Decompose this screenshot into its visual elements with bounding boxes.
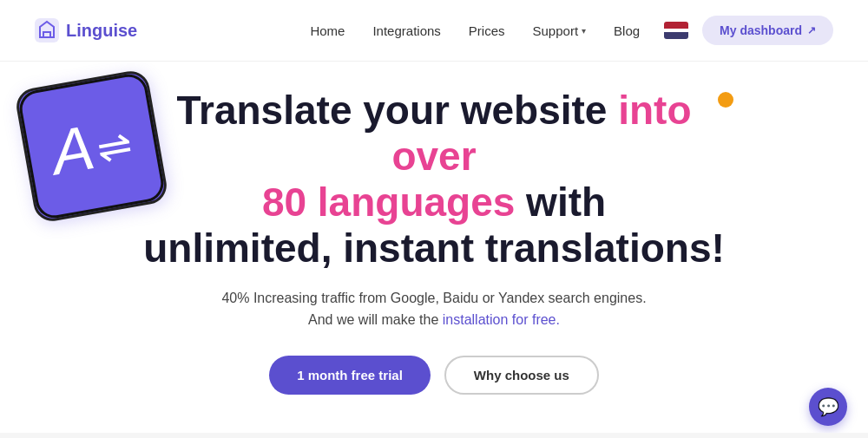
logo-label: Linguise xyxy=(66,21,137,41)
free-trial-button[interactable]: 1 month free trial xyxy=(269,356,431,395)
dashboard-button-label: My dashboard xyxy=(720,23,802,37)
nav-integrations[interactable]: Integrations xyxy=(372,23,440,38)
external-link-icon: ↗ xyxy=(807,24,816,36)
nav-home[interactable]: Home xyxy=(310,23,345,38)
installation-link[interactable]: installation for free. xyxy=(443,312,560,327)
hero-headline: Translate your website into over80 langu… xyxy=(130,88,738,271)
language-flag[interactable] xyxy=(664,22,688,39)
subtitle-line2: And we will make the xyxy=(308,312,443,327)
decoration-dot xyxy=(718,92,733,108)
nav-links: Home Integrations Prices Support ▾ Blog xyxy=(310,23,640,38)
bottom-bar xyxy=(0,433,868,438)
subtitle-line1: 40% Increasing traffic from Google, Baid… xyxy=(221,291,646,305)
flag-red-stripe xyxy=(664,22,688,29)
translate-symbol: A ⇌ xyxy=(47,108,136,184)
logo-icon xyxy=(35,18,59,42)
why-choose-us-button[interactable]: Why choose us xyxy=(444,356,599,395)
headline-part1: Translate your website xyxy=(176,88,618,133)
flag-blue-stripe xyxy=(664,32,688,39)
nav-blog[interactable]: Blog xyxy=(614,23,640,38)
letter-a: A xyxy=(47,115,99,184)
chat-icon: 💬 xyxy=(818,396,839,417)
nav-prices[interactable]: Prices xyxy=(469,23,505,38)
translate-card: A ⇌ xyxy=(14,69,170,225)
translate-arrow-icon: ⇌ xyxy=(94,123,135,170)
hero-section: A ⇌ Translate your website into over80 l… xyxy=(0,62,868,395)
chat-button[interactable]: 💬 xyxy=(809,388,847,426)
nav-support[interactable]: Support ▾ xyxy=(533,23,587,38)
logo[interactable]: Linguise xyxy=(35,18,137,42)
navbar: Linguise Home Integrations Prices Suppor… xyxy=(0,0,868,62)
dashboard-button[interactable]: My dashboard ↗ xyxy=(702,16,833,45)
hero-subtitle: 40% Increasing traffic from Google, Baid… xyxy=(221,287,646,331)
chevron-down-icon: ▾ xyxy=(582,26,586,36)
cta-buttons: 1 month free trial Why choose us xyxy=(269,356,599,395)
